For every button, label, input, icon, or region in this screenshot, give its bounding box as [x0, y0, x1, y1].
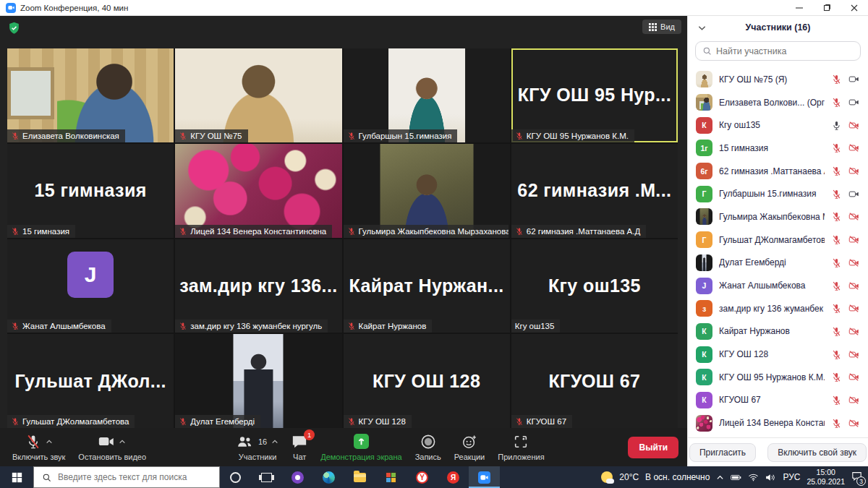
stop-video-button[interactable]: Остановить видео: [72, 434, 153, 461]
participant-row[interactable]: ГГульшат ДЖолмагамбетова: [688, 228, 868, 252]
avatar: Г: [696, 186, 712, 202]
participant-row[interactable]: 6г62 гимназия .Маттанаева А.Д: [688, 160, 868, 183]
participant-row[interactable]: Лицей 134 Венера Константинов...: [688, 411, 868, 435]
apps-label: Приложения: [498, 453, 544, 461]
participant-video: [7, 48, 174, 142]
mic-muted-icon: [831, 303, 842, 314]
notification-badge: 3: [856, 476, 866, 486]
participant-row[interactable]: КГУ ОШ №75 (Я): [688, 68, 868, 91]
participant-video: [175, 144, 341, 238]
video-tile[interactable]: КГУ ОШ 128КГУ ОШ 128: [344, 334, 510, 428]
record-button[interactable]: Запись: [409, 434, 448, 461]
cortana-icon[interactable]: [220, 466, 251, 488]
video-tile[interactable]: КГУОШ 67КГУОШ 67: [511, 334, 678, 428]
chat-button[interactable]: 1 Чат: [285, 434, 314, 461]
unmute-self-button[interactable]: Включить свой звук: [767, 443, 867, 462]
participant-row[interactable]: Гульмира Жакыпбековна Мырзах...: [688, 205, 868, 228]
participant-status-icons: [831, 395, 859, 406]
reactions-button[interactable]: Реакции: [448, 434, 492, 461]
video-tile[interactable]: КГУ ОШ №75: [175, 48, 341, 142]
participant-status-icons: [831, 303, 859, 314]
video-tile[interactable]: зам.дир кгу 136...зам.дир кгу 136 жуманб…: [175, 239, 341, 333]
start-button[interactable]: [0, 466, 33, 488]
weather-text[interactable]: В осн. солнечно: [645, 472, 710, 482]
unmute-button[interactable]: Включить звук: [6, 434, 72, 461]
participants-button[interactable]: 16 Участники: [230, 434, 285, 461]
mic-muted-icon: [347, 227, 356, 236]
participant-row[interactable]: Елизавета Волкови... (Организатор): [688, 91, 868, 114]
video-tile[interactable]: КГУ ОШ 95 Нур...КГУ ОШ 95 Нуржанов К.М.: [511, 48, 678, 142]
video-tile[interactable]: Елизавета Волковинская: [7, 48, 174, 142]
action-center-icon[interactable]: 3: [851, 471, 862, 483]
zoom-meeting-window: Вид Елизавета ВолковинскаяКГУ ОШ №75Гулб…: [0, 16, 687, 466]
wifi-icon[interactable]: [748, 473, 759, 482]
video-tile[interactable]: 62 гимназия .М...62 гимназия .Маттанаева…: [511, 144, 678, 238]
invite-button[interactable]: Пригласить: [689, 443, 756, 462]
mic-muted-icon: [831, 142, 842, 153]
participant-row[interactable]: 1г15 гимназия: [688, 137, 868, 160]
tile-display-name: Кайрат Нуржан...: [344, 239, 510, 333]
tile-name-label: Кайрат Нуржанов: [344, 320, 433, 333]
participant-row[interactable]: ГГулбаршын 15.гимназия: [688, 182, 868, 205]
alisa-icon[interactable]: [282, 466, 313, 488]
hidden-icons-chevron[interactable]: [716, 474, 724, 481]
battery-icon[interactable]: [731, 473, 741, 482]
tile-name-label: КГУ ОШ 95 Нуржанов К.М.: [511, 129, 634, 142]
taskbar-search-input[interactable]: [58, 472, 211, 482]
tile-name-label: Лицей 134 Венера Константиновна: [175, 225, 332, 238]
security-shield-icon[interactable]: [8, 22, 20, 35]
zoom-icon[interactable]: [469, 466, 500, 488]
tile-label-text: КГУ ОШ 95 Нуржанов К.М.: [527, 132, 629, 140]
taskbar-search[interactable]: [33, 466, 220, 488]
video-tile[interactable]: Гульшат ДЖол...Гульшат ДЖолмагамбетова: [7, 334, 174, 428]
video-tile[interactable]: Кгу ош135Кгу ош135: [511, 239, 678, 333]
speaker-icon[interactable]: [765, 473, 776, 482]
tile-label-text: 62 гимназия .Маттанаева А.Д: [527, 227, 640, 236]
participant-row[interactable]: ККайрат Нуржанов: [688, 320, 868, 343]
participant-row[interactable]: ККгу ош135: [688, 114, 868, 137]
video-tile[interactable]: Гульмира Жакыпбековна Мырзаханова: [344, 144, 510, 238]
tile-name-label: Гульшат ДЖолмагамбетова: [7, 415, 135, 428]
participant-status-icons: [831, 326, 859, 337]
weather-icon[interactable]: [601, 471, 613, 483]
language-indicator[interactable]: РУС: [783, 472, 800, 482]
participant-row[interactable]: ККГУ ОШ 95 Нуржанов К.М.: [688, 366, 868, 389]
windows-taskbar: YЯ 20°C В осн. солнечно РУС 15:00 25.09.…: [0, 466, 868, 488]
store-icon[interactable]: [375, 466, 407, 488]
participant-row[interactable]: ККГУ ОШ 128: [688, 343, 868, 366]
close-icon[interactable]: [841, 0, 868, 15]
taskbar-clock[interactable]: 15:00 25.09.2021: [807, 468, 845, 487]
task-view-icon[interactable]: [251, 466, 282, 488]
weather-temp[interactable]: 20°C: [619, 472, 639, 482]
participant-row[interactable]: JЖанат Алшымбекова: [688, 274, 868, 297]
share-screen-button[interactable]: Демонстрация экрана: [314, 434, 408, 461]
tile-name-label: 62 гимназия .Маттанаева А.Д: [511, 225, 646, 238]
video-tile[interactable]: 15 гимназия15 гимназия: [7, 144, 174, 238]
camera-off-icon: [848, 142, 859, 153]
participant-row[interactable]: ККГУОШ 67: [688, 389, 868, 412]
video-tile[interactable]: Дулат Егемберді: [175, 334, 341, 428]
participants-list: КГУ ОШ №75 (Я)Елизавета Волкови... (Орга…: [688, 68, 868, 437]
chevron-down-icon[interactable]: [697, 23, 707, 33]
leave-button[interactable]: Выйти: [628, 437, 678, 458]
video-tile[interactable]: Лицей 134 Венера Константиновна: [175, 144, 341, 238]
avatar: К: [696, 369, 712, 385]
camera-off-icon: [848, 120, 859, 131]
participant-search-input[interactable]: [716, 46, 854, 56]
video-tile[interactable]: JЖанат Алшымбекова: [7, 239, 174, 333]
participant-row[interactable]: Дулат Егемберді: [688, 252, 868, 275]
maximize-icon[interactable]: [813, 0, 841, 15]
file-explorer-icon[interactable]: [344, 466, 375, 488]
yandex-icon[interactable]: Я: [438, 466, 469, 488]
video-tile[interactable]: Кайрат Нуржан...Кайрат Нуржанов: [344, 239, 510, 333]
view-button[interactable]: Вид: [642, 20, 681, 34]
minimize-icon[interactable]: [786, 0, 813, 15]
avatar: J: [696, 278, 712, 294]
participant-row[interactable]: ззам.дир кгу 136 жуманбек нургуль: [688, 297, 868, 320]
yandex-browser-icon[interactable]: Y: [407, 466, 438, 488]
video-tile[interactable]: Гулбаршын 15.гимназия: [344, 48, 510, 142]
edge-icon[interactable]: [313, 466, 344, 488]
participant-name: Дулат Егемберді: [719, 257, 825, 267]
apps-button[interactable]: Приложения: [491, 434, 550, 461]
participant-search[interactable]: [695, 41, 861, 61]
